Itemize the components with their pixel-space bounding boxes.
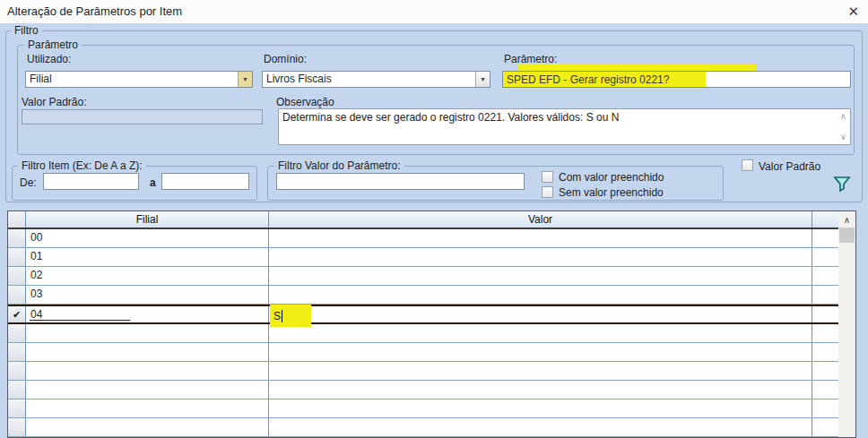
valor-cell[interactable]	[269, 267, 812, 285]
filtro-valor-input[interactable]	[276, 173, 525, 190]
com-valor-checkbox[interactable]	[542, 171, 553, 183]
dominio-value: Livros Fiscais	[263, 72, 475, 87]
valor-editor[interactable]: S	[270, 305, 311, 327]
row-selector-cell[interactable]	[8, 267, 26, 285]
vertical-scrollbar[interactable]: ∧	[838, 211, 855, 437]
table-row[interactable]: ✔ 04 S	[8, 305, 855, 324]
valor-cell[interactable]	[269, 286, 812, 304]
table-row[interactable]	[8, 418, 855, 437]
sem-valor-label: Sem valor preenchido	[559, 186, 664, 199]
scrollbar-thumb[interactable]	[839, 228, 855, 243]
filial-cell[interactable]	[26, 418, 269, 436]
row-selector-cell[interactable]	[8, 381, 26, 399]
filial-value: 00	[30, 231, 42, 244]
table-row[interactable]: 01	[8, 248, 855, 267]
row-selector-cell[interactable]	[8, 229, 26, 247]
a-label: a	[150, 176, 156, 189]
filial-cell[interactable]: 00	[26, 229, 269, 247]
valor-cell[interactable]: S	[269, 306, 812, 322]
valor-cell[interactable]	[269, 399, 812, 417]
observacao-label: Observação	[276, 96, 334, 108]
text-caret	[282, 310, 282, 322]
filial-cell[interactable]	[26, 362, 269, 380]
valor-padrao-field	[22, 109, 263, 125]
filial-cell[interactable]	[26, 399, 269, 417]
valor-cell[interactable]	[269, 418, 812, 436]
observacao-textarea[interactable]: Determina se deve ser gerado o registro …	[278, 108, 851, 145]
table-row[interactable]: 02	[8, 267, 855, 286]
filtro-valor-group-label: Filtro Valor do Parâmetro:	[274, 160, 404, 172]
row-selector-cell[interactable]: ✔	[8, 306, 26, 322]
dominio-combobox[interactable]: Livros Fiscais ▼	[262, 71, 490, 88]
row-selector-cell[interactable]	[8, 399, 26, 417]
filial-cell[interactable]	[26, 324, 269, 342]
parametro-group-label: Parâmetro	[24, 39, 82, 51]
row-selector-cell[interactable]	[8, 343, 26, 361]
row-selector-cell[interactable]	[8, 248, 26, 266]
filial-cell[interactable]	[26, 381, 269, 399]
filial-cell[interactable]	[26, 343, 269, 361]
filial-value: 04	[30, 308, 42, 321]
filial-value: 01	[30, 250, 42, 262]
utilizado-combobox[interactable]: Filial ▼	[25, 71, 253, 88]
table-row[interactable]	[8, 324, 855, 343]
utilizado-label: Utilizado:	[27, 53, 71, 65]
valor-cell[interactable]	[269, 343, 812, 361]
page-title: Alteração de Parâmetros por Item	[7, 4, 182, 18]
dialog-window: Alteração de Parâmetros por Item ✕ Filtr…	[0, 0, 868, 438]
valor-cell[interactable]	[269, 324, 812, 342]
filtro-group-label: Filtro	[11, 25, 42, 37]
row-selector-header	[8, 211, 26, 228]
table-row[interactable]: 00	[8, 229, 855, 248]
filial-cell[interactable]: 01	[26, 248, 269, 266]
filtro-item-group-label: Filtro Item (Ex: De A a Z):	[18, 160, 146, 172]
table-row[interactable]	[8, 362, 855, 381]
row-selector-cell[interactable]	[8, 418, 26, 436]
chevron-down-icon[interactable]: ▼	[475, 72, 490, 87]
scroll-down-icon[interactable]: ∨	[840, 133, 846, 142]
filial-cell[interactable]: 04	[26, 306, 269, 322]
highlight-mark	[518, 64, 757, 71]
filial-cell[interactable]: 03	[26, 286, 269, 304]
parametro-value: SPED EFD - Gerar registro 0221?	[507, 73, 669, 86]
table-row[interactable]	[8, 343, 855, 362]
valor-padrao-checkbox[interactable]	[742, 159, 753, 171]
close-icon[interactable]: ✕	[847, 4, 859, 20]
observacao-value: Determina se deve ser gerado o registro …	[282, 111, 830, 124]
row-selector-cell[interactable]	[8, 362, 26, 380]
filial-value: 03	[30, 288, 42, 300]
row-selector-cell[interactable]	[8, 324, 26, 342]
title-bar: Alteração de Parâmetros por Item ✕	[0, 0, 868, 24]
valor-value: S	[273, 310, 281, 322]
filial-value: 02	[30, 269, 42, 281]
valor-cell[interactable]	[269, 381, 812, 399]
dominio-label: Domínio:	[264, 53, 307, 65]
table-row[interactable]: 03	[8, 286, 855, 305]
valor-cell[interactable]	[269, 248, 812, 266]
sem-valor-checkbox[interactable]	[542, 186, 553, 198]
column-header-valor[interactable]: Valor	[269, 211, 812, 228]
scroll-up-icon[interactable]: ∧	[838, 211, 855, 228]
de-input[interactable]	[43, 173, 139, 190]
row-selector-cell[interactable]	[8, 286, 26, 304]
de-label: De:	[20, 176, 37, 189]
scroll-up-icon[interactable]: ∧	[840, 112, 846, 121]
com-valor-label: Com valor preenchido	[559, 171, 664, 184]
parameters-grid: Filial Valor 00 01 02 03 ✔ 04	[7, 210, 856, 438]
filial-cell[interactable]: 02	[26, 267, 269, 285]
grid-header-row: Filial Valor	[8, 211, 855, 229]
valor-padrao-check-label: Valor Padrão	[759, 160, 820, 173]
table-row[interactable]	[8, 381, 855, 399]
column-header-filial[interactable]: Filial	[26, 211, 269, 228]
filter-funnel-icon[interactable]	[832, 176, 852, 193]
utilizado-value: Filial	[26, 72, 238, 87]
valor-cell[interactable]	[269, 362, 812, 380]
valor-cell[interactable]	[269, 229, 812, 247]
table-row[interactable]	[8, 399, 855, 418]
a-input[interactable]	[161, 173, 249, 190]
parametro-field[interactable]: SPED EFD - Gerar registro 0221?	[502, 71, 851, 88]
valor-padrao-label: Valor Padrão:	[22, 96, 87, 108]
chevron-down-icon[interactable]: ▼	[238, 72, 252, 87]
grid-body: 00 01 02 03 ✔ 04 S	[8, 229, 855, 438]
